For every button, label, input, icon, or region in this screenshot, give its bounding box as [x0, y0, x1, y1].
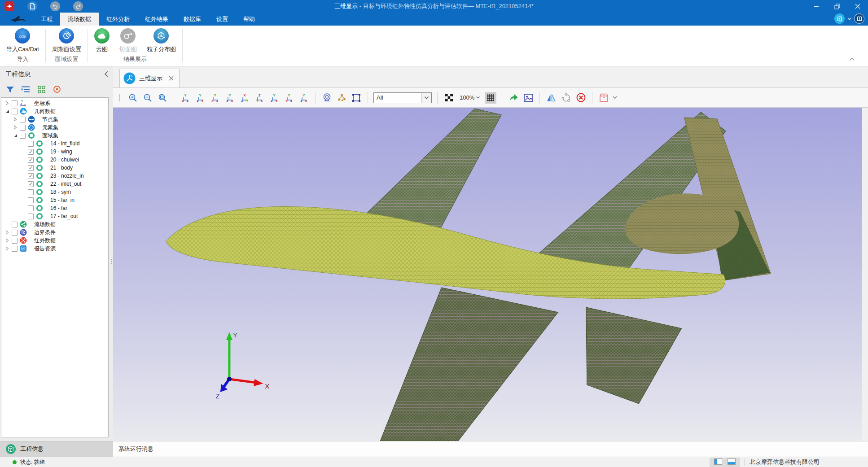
view-orientation-button-9[interactable]: Yzx — [298, 92, 310, 104]
menu-item-4[interactable]: 红外结果 — [137, 13, 176, 26]
tree-checkbox[interactable] — [28, 189, 34, 195]
close-button[interactable] — [847, 0, 868, 13]
tree-expander-icon[interactable] — [12, 124, 18, 131]
tree-expander-icon[interactable] — [4, 237, 10, 244]
ribbon-button-cas[interactable]: cas导入Cas/Dat — [6, 28, 39, 53]
tree-row--[interactable]: 节点集 — [1, 115, 108, 123]
tree-row--[interactable]: 边界条件 — [1, 228, 108, 236]
tree-row-17-far-out[interactable]: 17 - far_out — [1, 212, 108, 220]
perspective-camera-button[interactable] — [321, 92, 333, 104]
particle-nodes-button[interactable] — [336, 92, 347, 104]
toolbar-drag-handle[interactable] — [117, 94, 124, 101]
new-document-button[interactable] — [27, 1, 37, 11]
view-orientation-button-2[interactable]: Yzx — [194, 92, 206, 104]
tree-row-21-body[interactable]: ✓21 - body — [1, 164, 108, 172]
view-orientation-button-3[interactable]: Yxz — [209, 92, 221, 104]
selection-frame-button[interactable] — [351, 92, 362, 104]
locate-target-icon[interactable] — [53, 85, 61, 94]
ribbon-button-clock[interactable]: 周期面设置 — [52, 28, 81, 53]
layout-left-panel-icon[interactable] — [714, 458, 722, 466]
tree-row--[interactable]: 报告资源 — [1, 244, 108, 253]
tree-row--[interactable]: Yzx坐标系 — [1, 99, 108, 107]
view-orientation-button-7[interactable]: Yzx — [268, 92, 280, 104]
tab-3d-view[interactable]: 三维显示 — [119, 69, 180, 87]
tree-row-23-nozzle-in[interactable]: ✓23 - nozzle_in — [1, 172, 108, 180]
zoom-in-button[interactable] — [127, 92, 139, 104]
zoom-level-dropdown[interactable]: 100% — [458, 94, 482, 101]
tree-checkbox[interactable] — [12, 238, 18, 244]
view-orientation-button-4[interactable]: Yzx — [224, 92, 236, 104]
share-nodes-button[interactable] — [560, 92, 572, 104]
tree-row-16-far[interactable]: 16 - far — [1, 204, 108, 212]
tree-checkbox[interactable] — [28, 214, 34, 219]
tree-row--[interactable]: 面域集 — [1, 131, 108, 140]
menu-item-5[interactable]: 数据库 — [176, 13, 209, 26]
tree-checkbox[interactable]: ✓ — [28, 173, 34, 179]
tree-row--[interactable]: 元素集 — [1, 123, 108, 131]
tree-expander-icon[interactable] — [12, 116, 18, 122]
zoom-fit-button[interactable] — [157, 92, 168, 104]
package-button[interactable] — [598, 92, 609, 104]
menu-dropdown-caret[interactable] — [847, 17, 851, 20]
tree-checkbox[interactable]: ✓ — [28, 181, 34, 187]
mirror-button[interactable] — [545, 92, 557, 104]
panel-collapse-icon[interactable] — [104, 71, 109, 79]
mesh-grid-toggle-button[interactable] — [485, 92, 496, 104]
tree-row--[interactable]: 红外数据 — [1, 236, 108, 244]
tree-checkbox[interactable] — [28, 141, 34, 147]
menu-item-6[interactable]: 设置 — [209, 13, 236, 26]
menu-item-3[interactable]: 红外分析 — [99, 13, 137, 26]
tree-checkbox[interactable] — [12, 222, 18, 227]
view-orientation-button-1[interactable]: Yxz — [180, 92, 191, 104]
filter-icon[interactable] — [5, 85, 14, 94]
panel-splitter[interactable] — [110, 66, 113, 457]
tree-checkbox[interactable]: ✓ — [28, 157, 34, 163]
feedback-button[interactable] — [834, 13, 845, 24]
tree-checkbox[interactable] — [12, 100, 18, 106]
tree-checkbox[interactable] — [12, 246, 18, 252]
tree-row-14-int-fluid[interactable]: 14 - int_fluid — [1, 140, 108, 148]
tree-checkbox[interactable] — [20, 117, 26, 122]
tree-row-18-sym[interactable]: 18 - sym — [1, 188, 108, 196]
app-icon[interactable] — [4, 1, 14, 11]
tree-expander-icon[interactable] — [4, 108, 10, 114]
view-orientation-button-5[interactable]: XzY — [239, 92, 250, 104]
display-filter-combo[interactable]: All — [373, 92, 432, 103]
manual-button[interactable] — [854, 13, 864, 24]
tree-row-15-far-in[interactable]: 15 - far_in — [1, 196, 108, 204]
tree-expander-icon[interactable] — [12, 132, 18, 139]
menu-item-2[interactable]: 流场数据 — [60, 13, 99, 26]
project-info-bottom-button[interactable]: 工程信息 — [0, 441, 113, 457]
layout-bottom-panel-icon[interactable] — [728, 458, 736, 466]
tree-checkbox[interactable]: ✓ — [28, 149, 34, 155]
ribbon-button-particles[interactable]: 粒子分布图 — [147, 28, 176, 53]
view-orientation-button-6[interactable]: ZYx — [254, 92, 265, 104]
tree-checkbox[interactable]: ✓ — [28, 165, 34, 171]
menu-item-7[interactable]: 帮助 — [236, 13, 263, 26]
zoom-out-button[interactable] — [142, 92, 153, 104]
tree-checkbox[interactable] — [28, 197, 34, 203]
tree-checkbox[interactable] — [12, 109, 18, 114]
undo-button[interactable] — [50, 1, 60, 11]
combo-dropdown-icon[interactable] — [421, 93, 431, 103]
tree-checkbox[interactable] — [12, 230, 18, 236]
ribbon-button-cloud[interactable]: 云图 — [94, 28, 110, 53]
collapse-list-icon[interactable] — [21, 85, 30, 94]
export-view-button[interactable] — [508, 92, 519, 104]
redo-button[interactable] — [73, 1, 83, 11]
grid-view-icon[interactable] — [37, 85, 46, 94]
tree-expander-icon[interactable] — [4, 100, 10, 106]
snapshot-button[interactable] — [522, 92, 534, 104]
tree-checkbox[interactable] — [20, 125, 26, 131]
maximize-button[interactable] — [827, 0, 847, 13]
tree-row-20-chuiwei[interactable]: ✓20 - chuiwei — [1, 156, 108, 164]
tree-checkbox[interactable] — [20, 133, 26, 139]
tab-close-icon[interactable] — [169, 76, 174, 81]
ribbon-collapse-button[interactable] — [849, 56, 855, 62]
tree-row--[interactable]: 流场数据 — [1, 220, 108, 228]
tree-row-19-wing[interactable]: ✓19 - wing — [1, 148, 108, 156]
minimize-button[interactable] — [806, 0, 827, 13]
tree-checkbox[interactable] — [28, 205, 34, 211]
delete-button[interactable] — [575, 92, 587, 104]
viewport-3d[interactable]: Y X Z — [113, 108, 862, 441]
